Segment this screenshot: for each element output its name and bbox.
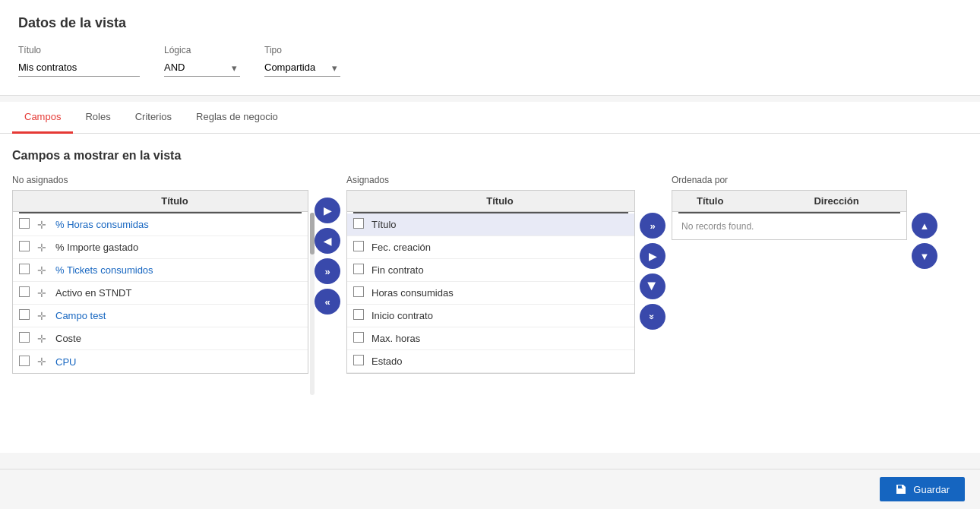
order-table: Título Dirección No records found. [672,190,907,240]
assigned-item: Horas consumidas [347,282,634,305]
assigned-item: Fec. creación [347,236,634,259]
save-icon [895,483,907,491]
tabs-bar: Campos Roles Criterios Reglas de negocio [0,102,980,134]
assigned-checkbox-4[interactable] [353,286,364,297]
assigned-item: Fin contrato [347,259,634,282]
assigned-list: Título Título Fec. creación [346,190,635,374]
tab-reglas[interactable]: Reglas de negocio [184,102,290,134]
checkbox-6[interactable] [19,332,30,343]
unassigned-item-name[interactable]: CPU [55,356,76,368]
assigned-move-all-down-button[interactable]: » [640,304,665,330]
assigned-item: Estado [347,350,634,373]
checkbox-7[interactable] [19,356,30,366]
footer-bar: Guardar [0,469,980,491]
assigned-checkbox-6[interactable] [353,332,364,343]
drag-icon-4: ✛ [37,287,46,299]
unassigned-item-name[interactable]: % Tickets consumidos [55,264,153,276]
tipo-select[interactable]: Compartida Personal Pública [264,58,340,77]
save-label: Guardar [913,484,950,492]
fields-section-title: Campos a mostrar en la vista [12,149,968,163]
assigned-checkbox-2[interactable] [353,241,364,251]
move-left-button[interactable]: ◀ [315,228,340,254]
list-item: ✛ Activo en STNDT [13,282,308,305]
transfer-buttons: ▶ ◀ » « [315,175,340,315]
list-item: ✛ % Importe gastado [13,236,308,259]
drag-icon-5: ✛ [37,310,46,322]
assigned-item-name: Estado [371,356,628,367]
order-no-records: No records found. [672,213,906,239]
assigned-move-all-up-button[interactable]: » [640,213,665,239]
checkbox-1[interactable] [19,218,30,229]
drag-icon-2: ✛ [37,242,46,254]
list-item: ✛ Coste [13,327,308,350]
assigned-titulo-col: Título [371,195,628,207]
unassigned-scroll[interactable]: ✛ % Horas consumidas ✛ % Importe gastado [13,213,308,373]
list-item: ✛ % Tickets consumidos [13,259,308,282]
order-titulo-col: Título [697,195,791,207]
unassigned-item-name[interactable]: % Horas consumidas [55,219,149,230]
move-all-right-button[interactable]: » [315,258,340,284]
no-asignados-label: No asignados [12,175,308,185]
tab-campos[interactable]: Campos [12,102,73,134]
titulo-label: Título [18,45,140,55]
assigned-item-name: Horas consumidas [371,287,628,299]
assigned-move-down-button[interactable]: ▶ [640,273,665,299]
assigned-item-name: Fin contrato [371,264,628,276]
page-title: Datos de la vista [18,15,962,31]
assigned-checkbox-7[interactable] [353,355,364,365]
assigned-move-up-button[interactable]: ▶ [640,243,665,269]
scrollbar-thumb[interactable] [310,213,315,254]
order-up-button[interactable]: ▲ [912,213,937,239]
assigned-item: Título [347,213,634,236]
assigned-checkbox-3[interactable] [353,264,364,274]
checkbox-3[interactable] [19,264,30,274]
unassigned-item-name[interactable]: Campo test [55,310,106,321]
checkbox-2[interactable] [19,241,30,251]
logica-label: Lógica [164,45,240,55]
unassigned-item-name: Coste [55,333,81,344]
ordenada-por-label: Ordenada por [672,175,937,185]
save-button[interactable]: Guardar [880,477,965,491]
assigned-item: Inicio contrato [347,305,634,327]
tab-criterios[interactable]: Criterios [123,102,184,134]
tipo-label: Tipo [264,45,340,55]
move-all-left-button[interactable]: « [315,289,340,315]
assigned-item-name: Fec. creación [371,242,628,253]
order-reorder-buttons: ▲ ▼ [912,190,937,269]
unassigned-titulo-col: Título [55,195,294,207]
tab-roles[interactable]: Roles [73,102,122,134]
assigned-item-name: Max. horas [371,333,628,344]
drag-icon-1: ✛ [37,219,46,231]
assigned-checkbox-1[interactable] [353,218,364,229]
checkbox-4[interactable] [19,286,30,297]
scrollbar-track [310,213,315,395]
drag-icon-7: ✛ [37,356,46,368]
unassigned-item-name: % Importe gastado [55,242,138,253]
logica-select[interactable]: AND OR [164,58,240,77]
list-item: ✛ Campo test [13,305,308,327]
order-direction-col: Dirección [791,195,882,207]
asignados-label: Asignados [346,175,665,185]
assigned-checkbox-5[interactable] [353,309,364,320]
assigned-item-name: Inicio contrato [371,310,628,321]
unassigned-item-name: Activo en STNDT [55,287,131,299]
checkbox-5[interactable] [19,309,30,320]
assigned-item-name: Título [371,219,628,230]
unassigned-list: Título ✛ % Horas consumidas [12,190,308,374]
drag-icon-3: ✛ [37,264,46,277]
assigned-item: Max. horas [347,327,634,350]
list-item: ✛ % Horas consumidas [13,213,308,236]
move-right-button[interactable]: ▶ [315,198,340,223]
titulo-input[interactable] [18,58,140,77]
order-down-button[interactable]: ▼ [912,243,937,269]
list-item: ✛ CPU [13,350,308,373]
drag-icon-6: ✛ [37,333,46,345]
assigned-order-buttons: » ▶ ▶ » [640,190,665,330]
